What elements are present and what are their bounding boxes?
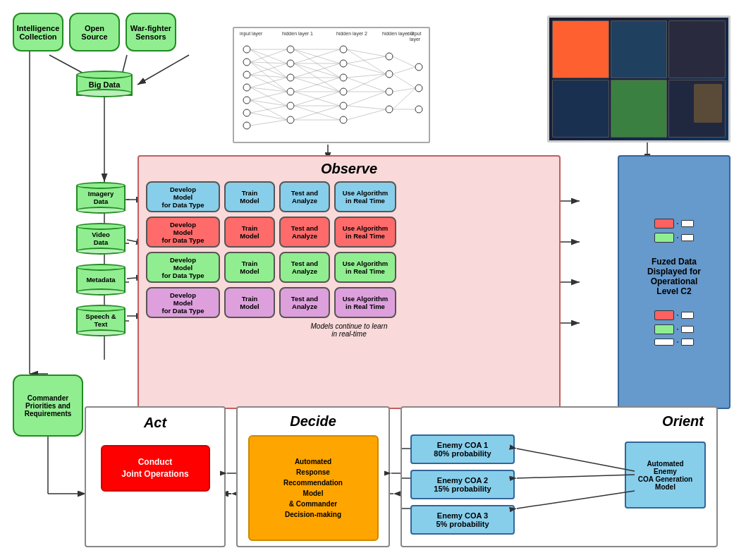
- enemy-coa-gen-box: AutomatedEnemyCOA GenerationModel: [625, 442, 706, 509]
- svg-line-83: [250, 78, 287, 87]
- orient-title: Orient: [402, 408, 716, 432]
- svg-line-75: [250, 49, 287, 78]
- test-analyze-row2: Test andAnalyze: [279, 217, 330, 248]
- svg-point-66: [386, 53, 393, 60]
- automated-response-box: AutomatedResponseRecommendationModel& Co…: [248, 435, 379, 541]
- coa-3-box: Enemy COA 35% probability: [410, 505, 515, 535]
- video-data-label: VideoData: [92, 231, 110, 246]
- svg-point-64: [340, 102, 347, 109]
- svg-point-52: [243, 109, 250, 116]
- svg-line-129: [517, 475, 635, 478]
- observe-title: Observe: [139, 157, 559, 181]
- conduct-joint-operations-box: ConductJoint Operations: [101, 445, 210, 492]
- svg-line-123: [393, 74, 415, 88]
- svg-point-47: [243, 46, 250, 53]
- svg-point-69: [386, 106, 393, 113]
- svg-text:hidden layer 2: hidden layer 2: [336, 31, 367, 37]
- svg-line-122: [393, 67, 415, 74]
- test-analyze-row1: Test andAnalyze: [279, 181, 330, 212]
- svg-point-57: [287, 88, 294, 95]
- big-data-label: Big Data: [89, 80, 121, 89]
- svg-line-130: [517, 491, 635, 509]
- imagery-data-box: ImageryData: [76, 182, 126, 214]
- enemy-coa-gen-label: AutomatedEnemyCOA GenerationModel: [638, 460, 692, 491]
- svg-point-72: [415, 106, 422, 113]
- coa-1-label: Enemy COA 180% probability: [434, 441, 491, 458]
- observe-row-3: DevelopModelfor Data Type TrainModel Tes…: [146, 252, 552, 283]
- observe-section: Observe DevelopModelfor Data Type TrainM…: [137, 155, 561, 409]
- svg-point-65: [340, 116, 347, 123]
- svg-text:input layer: input layer: [240, 31, 263, 37]
- use-algorithm-row1: Use Algorithmin Real Time: [334, 181, 396, 212]
- video-data-box: VideoData: [76, 223, 126, 255]
- coa-2-box: Enemy COA 215% probability: [410, 470, 515, 499]
- fuzed-title: Fuzed DataDisplayed forOperationalLevel …: [642, 257, 707, 296]
- svg-point-56: [287, 74, 294, 81]
- svg-line-84: [250, 87, 287, 92]
- military-photo: [547, 16, 730, 142]
- svg-line-89: [250, 106, 287, 113]
- svg-point-71: [415, 85, 422, 92]
- intelligence-collection-label: IntelligenceCollection: [17, 24, 60, 41]
- speech-text-box: Speech &Text: [76, 305, 126, 336]
- svg-line-120: [347, 109, 386, 120]
- svg-line-91: [250, 120, 287, 126]
- develop-model-row4: DevelopModelfor Data Type: [146, 287, 220, 318]
- svg-point-54: [287, 46, 294, 53]
- svg-point-70: [415, 63, 422, 71]
- svg-point-58: [287, 102, 294, 109]
- develop-model-row3: DevelopModelfor Data Type: [146, 252, 220, 283]
- svg-line-76: [250, 49, 287, 62]
- intelligence-collection-box: IntelligenceCollection: [13, 13, 63, 51]
- fuzed-title-text: Fuzed DataDisplayed forOperationalLevel …: [647, 257, 701, 296]
- svg-line-114: [347, 74, 386, 78]
- svg-point-67: [386, 71, 393, 78]
- svg-point-51: [243, 97, 250, 104]
- svg-point-63: [340, 88, 347, 95]
- open-source-box: OpenSource: [69, 13, 120, 51]
- train-model-row1: TrainModel: [224, 181, 275, 212]
- use-algorithm-row3: Use Algorithmin Real Time: [334, 252, 396, 283]
- act-section: Act ConductJoint Operations: [85, 406, 226, 547]
- neural-net-svg: input layer hidden layer 1 hidden layer …: [234, 28, 429, 142]
- svg-line-121: [393, 56, 415, 67]
- act-title: Act: [86, 408, 224, 437]
- develop-model-row1: DevelopModelfor Data Type: [146, 181, 220, 212]
- svg-line-113: [347, 63, 386, 74]
- warfighter-sensors-label: War-fighterSensors: [130, 24, 171, 41]
- svg-point-68: [386, 88, 393, 95]
- svg-line-128: [517, 449, 635, 471]
- commander-priorities-box: CommanderPriorities andRequirements: [13, 375, 83, 437]
- warfighter-sensors-box: War-fighterSensors: [126, 13, 176, 51]
- train-model-row3: TrainModel: [224, 252, 275, 283]
- decide-title: Decide: [238, 408, 389, 432]
- train-model-row4: TrainModel: [224, 287, 275, 318]
- models-continue-text: Models continue to learnin real-time: [139, 322, 559, 338]
- fuzed-bottom-icon: [654, 310, 694, 346]
- svg-point-62: [340, 74, 347, 81]
- top-sources: IntelligenceCollection OpenSource War-fi…: [13, 13, 176, 51]
- conduct-label: ConductJoint Operations: [121, 457, 188, 479]
- svg-line-4: [137, 55, 189, 85]
- svg-line-118: [347, 92, 386, 106]
- fuzed-top-icon: [654, 219, 694, 243]
- main-container: IntelligenceCollection OpenSource War-fi…: [0, 0, 746, 560]
- observe-row-2: DevelopModelfor Data Type TrainModel Tes…: [146, 217, 552, 248]
- svg-text:hidden layer 1: hidden layer 1: [282, 31, 313, 37]
- svg-line-119: [347, 106, 386, 109]
- svg-point-53: [243, 122, 250, 129]
- observe-row-4: DevelopModelfor Data Type TrainModel Tes…: [146, 287, 552, 318]
- svg-point-50: [243, 84, 250, 91]
- speech-text-label: Speech &Text: [85, 312, 116, 328]
- automated-response-label: AutomatedResponseRecommendationModel& Co…: [283, 456, 343, 520]
- svg-text:layer: layer: [410, 37, 421, 42]
- coa-list: Enemy COA 180% probability Enemy COA 215…: [410, 434, 515, 535]
- coa-2-label: Enemy COA 215% probability: [434, 476, 491, 493]
- svg-point-61: [340, 60, 347, 67]
- test-analyze-row4: Test andAnalyze: [279, 287, 330, 318]
- svg-line-80: [250, 63, 287, 75]
- svg-point-48: [243, 59, 250, 66]
- use-algorithm-row4: Use Algorithmin Real Time: [334, 287, 396, 318]
- svg-text:output: output: [408, 31, 422, 37]
- train-model-row2: TrainModel: [224, 217, 275, 248]
